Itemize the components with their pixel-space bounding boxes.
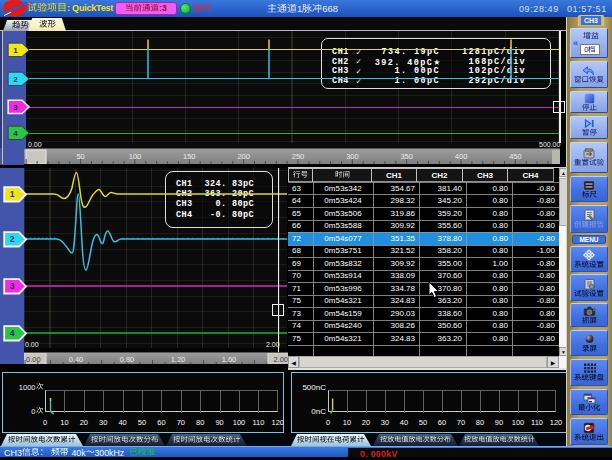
- svg-text:100: 100: [129, 152, 142, 161]
- svg-text:2.00: 2.00: [273, 355, 288, 364]
- svg-text:2: 2: [13, 74, 18, 83]
- svg-text:0.40: 0.40: [69, 355, 84, 364]
- svg-text:0.00: 0.00: [26, 355, 41, 364]
- svg-text:350: 350: [400, 152, 413, 161]
- svg-text:3: 3: [13, 103, 18, 112]
- svg-text:200: 200: [237, 152, 250, 161]
- svg-text:1.20: 1.20: [171, 355, 186, 364]
- svg-text:1: 1: [13, 45, 18, 54]
- svg-text:400: 400: [455, 152, 468, 161]
- svg-text:250: 250: [292, 152, 305, 161]
- svg-text:4: 4: [13, 129, 18, 138]
- svg-text:1: 1: [10, 189, 15, 199]
- svg-text:300: 300: [346, 152, 359, 161]
- svg-text:4: 4: [10, 328, 15, 338]
- svg-text:150: 150: [183, 152, 196, 161]
- svg-text:3: 3: [10, 281, 15, 291]
- svg-text:1.60: 1.60: [222, 355, 237, 364]
- svg-text:450: 450: [509, 152, 522, 161]
- svg-text:2: 2: [10, 234, 15, 244]
- svg-text:50: 50: [76, 152, 84, 161]
- svg-text:0.80: 0.80: [120, 355, 135, 364]
